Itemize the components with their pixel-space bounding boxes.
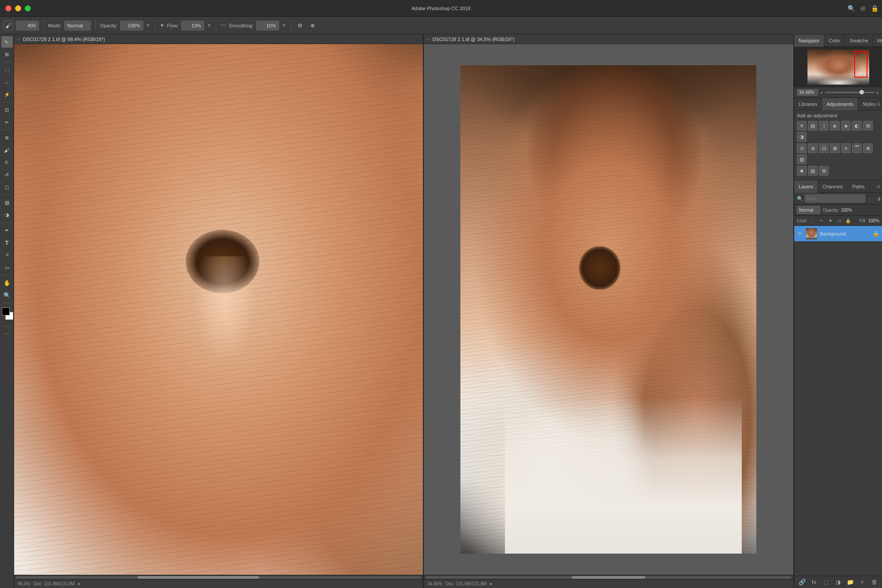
- tab-color[interactable]: Color: [824, 34, 845, 47]
- navigator-viewport-box[interactable]: [854, 51, 867, 78]
- zoom-out-icon[interactable]: ▲: [820, 90, 823, 94]
- lock-transparent-button[interactable]: ⬚: [809, 217, 816, 224]
- zoom-tool-button[interactable]: 🔍: [1, 289, 13, 301]
- layers-blend-mode-dropdown[interactable]: Normal: [797, 206, 820, 214]
- layer-visibility-toggle[interactable]: 👁: [797, 231, 803, 237]
- smoothing-input[interactable]: [256, 21, 279, 30]
- crop-tool-button[interactable]: ⊡: [1, 104, 13, 116]
- flow-dropdown-icon[interactable]: ▼: [207, 23, 211, 28]
- hand-tool-button[interactable]: ✋: [1, 277, 13, 288]
- dodge-tool-button[interactable]: ◑: [1, 209, 13, 221]
- add-layer-style-button[interactable]: fx: [809, 577, 819, 587]
- channel-mixer-icon[interactable]: ⊛: [808, 143, 818, 153]
- lock-all-button[interactable]: 🔒: [845, 217, 852, 224]
- shape-tool-button[interactable]: ▭: [1, 262, 13, 273]
- doc2-canvas[interactable]: [424, 44, 793, 575]
- invert-icon[interactable]: ⊠: [830, 143, 840, 153]
- blend-mode-dropdown[interactable]: Normal: [64, 21, 91, 30]
- pen-tool-button[interactable]: ✒: [1, 225, 13, 236]
- gradient-fill-icon[interactable]: ▤: [808, 166, 818, 176]
- lock-image-button[interactable]: ✏: [818, 217, 825, 224]
- delete-layer-button[interactable]: 🗑: [869, 577, 879, 587]
- photo-filter-icon[interactable]: ⊙: [797, 143, 807, 153]
- exposure-icon[interactable]: ⬖: [830, 121, 840, 131]
- arrange-windows-icon[interactable]: ⊞: [860, 5, 866, 12]
- opacity-dropdown-icon[interactable]: ▼: [146, 23, 150, 28]
- maximize-window-button[interactable]: [25, 5, 31, 11]
- tab-swatches[interactable]: Swatche: [845, 34, 873, 47]
- levels-icon[interactable]: ▤: [808, 121, 818, 131]
- brush-settings-icon[interactable]: ⚙: [295, 21, 305, 30]
- new-layer-button[interactable]: +: [857, 577, 867, 587]
- zoom-slider[interactable]: [825, 92, 874, 93]
- posterize-icon[interactable]: ≡: [841, 143, 851, 153]
- gradient-tool-button[interactable]: ▨: [1, 197, 13, 208]
- healing-brush-tool-button[interactable]: ⊕: [1, 132, 13, 143]
- brush-preset-icon[interactable]: ⊕: [308, 21, 318, 30]
- adjustments-panel-menu-icon[interactable]: ≡: [877, 101, 880, 108]
- layers-opacity-value[interactable]: 100%: [841, 208, 852, 213]
- doc1-close-button[interactable]: ×: [16, 37, 21, 42]
- threshold-icon[interactable]: ▔: [852, 143, 862, 153]
- lasso-tool-button[interactable]: ⌓: [1, 76, 13, 88]
- tab-paths[interactable]: Paths: [848, 180, 870, 193]
- new-group-button[interactable]: 📁: [845, 577, 855, 587]
- brightness-contrast-icon[interactable]: ☀: [797, 121, 807, 131]
- color-balance-icon[interactable]: ⊞: [863, 121, 873, 131]
- artboard-tool-button[interactable]: ⊞: [1, 49, 13, 60]
- navigator-zoom-input[interactable]: [797, 89, 818, 96]
- tab-layers[interactable]: Layers: [794, 180, 818, 193]
- filter-pixel-icon[interactable]: ⬚: [867, 195, 874, 202]
- doc1-canvas[interactable]: [14, 44, 423, 575]
- add-mask-button[interactable]: ⬚: [821, 577, 831, 587]
- marquee-tool-button[interactable]: ⬚: [1, 64, 13, 75]
- zoom-slider-thumb[interactable]: [860, 90, 864, 94]
- pattern-icon[interactable]: ⊞: [819, 166, 829, 176]
- layers-search-input[interactable]: [805, 195, 865, 202]
- doc2-status-arrow[interactable]: ▶: [490, 582, 493, 586]
- doc2-close-button[interactable]: ×: [426, 37, 431, 42]
- gradient-map-icon[interactable]: ▨: [797, 154, 807, 164]
- lock-artboard-button[interactable]: ⊡: [836, 217, 843, 224]
- layer-item-background[interactable]: 👁 Background 🔒: [794, 226, 882, 242]
- doc1-scrollbar-horizontal[interactable]: [14, 575, 423, 579]
- hue-saturation-icon[interactable]: ◐: [852, 121, 862, 131]
- doc2-scrollbar-horizontal[interactable]: [424, 575, 793, 579]
- zoom-in-icon[interactable]: ▲: [876, 90, 879, 94]
- path-select-tool-button[interactable]: ↗: [1, 249, 13, 261]
- brush-size-input[interactable]: [16, 21, 39, 30]
- doc1-status-arrow[interactable]: ▶: [78, 582, 81, 586]
- layers-panel-menu-icon[interactable]: ≡: [877, 183, 880, 190]
- move-tool-button[interactable]: ↖: [1, 36, 13, 48]
- eyedropper-tool-button[interactable]: ✏: [1, 116, 13, 128]
- doc1-scrollbar-track[interactable]: [16, 576, 421, 579]
- filter-adjust-icon[interactable]: ◑: [875, 195, 882, 202]
- foreground-color-swatch[interactable]: [2, 307, 10, 315]
- tab-libraries[interactable]: Libraries: [794, 98, 822, 110]
- eraser-tool-button[interactable]: ◻: [1, 181, 13, 193]
- opacity-input[interactable]: [120, 21, 143, 30]
- vibrance-icon[interactable]: ◈: [841, 121, 851, 131]
- type-tool-button[interactable]: T: [1, 237, 13, 248]
- flow-input[interactable]: [181, 21, 204, 30]
- selective-color-icon[interactable]: ⊕: [863, 143, 873, 153]
- clone-stamp-tool-button[interactable]: ⎘: [1, 157, 13, 168]
- brush-tool-icon[interactable]: 🖌: [4, 21, 13, 30]
- smoothing-dropdown-icon[interactable]: ▼: [282, 23, 286, 28]
- window-controls[interactable]: [5, 5, 31, 11]
- quick-select-tool-button[interactable]: ⚡: [1, 89, 13, 100]
- fill-value[interactable]: 100%: [868, 218, 879, 223]
- tab-adjustments[interactable]: Adjustments: [822, 98, 858, 110]
- doc2-scrollbar-track[interactable]: [426, 576, 792, 579]
- lock-position-button[interactable]: ✚: [827, 217, 834, 224]
- color-lookup-icon[interactable]: ⊡: [819, 143, 829, 153]
- link-layers-button[interactable]: 🔗: [797, 577, 807, 587]
- doc1-scrollbar-thumb[interactable]: [138, 576, 259, 579]
- curves-icon[interactable]: ⌇: [819, 121, 829, 131]
- doc2-scrollbar-thumb[interactable]: [572, 576, 645, 579]
- navigator-panel-menu-icon[interactable]: ≡: [877, 37, 880, 44]
- history-brush-tool-button[interactable]: ↺: [1, 169, 13, 180]
- black-white-icon[interactable]: ◑: [797, 132, 807, 142]
- brush-tool-button[interactable]: 🖌: [1, 144, 13, 156]
- extra-tools-button[interactable]: ⋯: [1, 328, 13, 340]
